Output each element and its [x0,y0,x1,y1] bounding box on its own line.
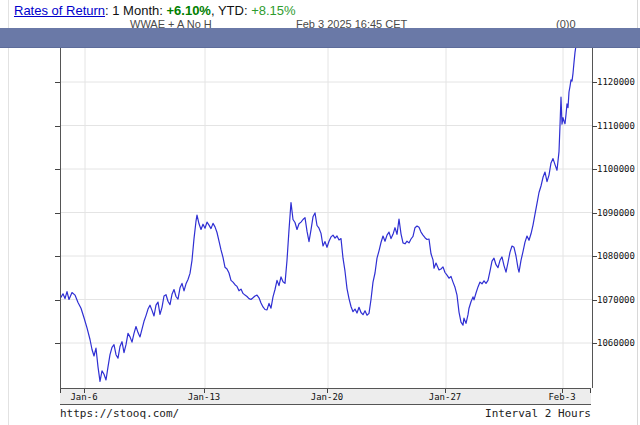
x-tick-label: Jan-13 [188,392,221,402]
ytd-return-value: +8.15% [251,3,295,18]
y-tick-mark-left [55,256,60,257]
rates-of-return-link[interactable]: Rates of Return [14,3,105,18]
y-tick-label: 1110000 [597,121,635,131]
page: Rates of Return: 1 Month: +6.10%, YTD: +… [0,0,640,425]
one-month-return-value: +6.10% [166,3,210,18]
returns-mid2: , YTD: [211,3,251,18]
x-axis-strip: Jan-6Jan-13Jan-20Jan-27Feb-3 [60,388,591,405]
y-tick-label: 1120000 [597,77,635,87]
returns-mid1: : 1 Month: [105,3,166,18]
plot-area[interactable] [60,47,593,388]
x-axis-end-tick [590,389,591,393]
price-line [61,47,576,381]
x-tick-label: Jan-6 [70,392,97,402]
rates-of-return-row: Rates of Return: 1 Month: +6.10%, YTD: +… [14,3,296,19]
x-tick-label: Feb-3 [548,392,575,402]
y-tick-mark-left [55,169,60,170]
y-tick-label: 1060000 [597,338,635,348]
y-tick-mark-left [55,300,60,301]
y-tick-label: 1090000 [597,208,635,218]
y-tick-mark-left [55,126,60,127]
y-tick-label: 1070000 [597,295,635,305]
y-tick-label: 1080000 [597,251,635,261]
page-left-border [8,0,9,425]
y-tick-mark-left [55,213,60,214]
y-tick-mark-left [55,343,60,344]
page-right-border [637,0,638,425]
y-tick-label: 1100000 [597,164,635,174]
overlay-title-bar [0,28,640,48]
x-tick-label: Jan-20 [311,392,344,402]
y-tick-mark-left [55,82,60,83]
x-tick-label: Jan-27 [429,392,462,402]
source-url: https://stooq.com/ [60,407,179,420]
interval-label: Interval 2 Hours [485,407,591,420]
x-axis-end-tick [60,389,61,393]
